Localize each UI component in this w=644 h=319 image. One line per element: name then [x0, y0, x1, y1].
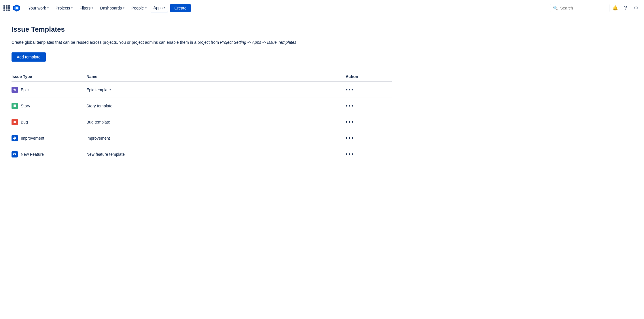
- issue-type-cell: Improvement: [12, 135, 86, 141]
- your-work-chevron: ▾: [47, 6, 49, 10]
- bug-icon: [12, 119, 18, 125]
- issue-type-label: Story: [21, 104, 30, 108]
- issue-type-label: Epic: [21, 88, 29, 92]
- grid-menu-icon[interactable]: [3, 5, 10, 11]
- table-row: Epic Epic template •••: [12, 82, 392, 98]
- col-action: Action: [346, 74, 392, 79]
- nav-apps[interactable]: Apps ▾: [151, 4, 168, 12]
- template-name: Story template: [86, 104, 346, 108]
- bell-icon: 🔔: [612, 5, 618, 11]
- search-input[interactable]: [560, 6, 606, 10]
- template-name: Epic template: [86, 88, 346, 92]
- help-icon: ?: [624, 5, 627, 11]
- col-name: Name: [86, 74, 346, 79]
- issue-type-label: Improvement: [21, 136, 44, 140]
- people-chevron: ▾: [145, 6, 147, 10]
- nav-filters[interactable]: Filters ▾: [77, 4, 96, 12]
- navbar: Your work ▾ Projects ▾ Filters ▾ Dashboa…: [0, 0, 644, 16]
- table-row: Story Story template •••: [12, 98, 392, 114]
- svg-point-0: [14, 121, 16, 123]
- col-issue-type: Issue Type: [12, 74, 86, 79]
- filters-chevron: ▾: [92, 6, 93, 10]
- template-name: Bug template: [86, 120, 346, 124]
- issue-type-cell: Story: [12, 103, 86, 109]
- action-menu-button[interactable]: •••: [346, 135, 392, 141]
- nav-your-work[interactable]: Your work ▾: [25, 4, 52, 12]
- add-template-button[interactable]: Add template: [12, 52, 46, 62]
- table-row: New Feature New feature template •••: [12, 146, 392, 162]
- help-button[interactable]: ?: [621, 3, 630, 13]
- issue-type-cell: Epic: [12, 87, 86, 93]
- table-row: Improvement Improvement •••: [12, 130, 392, 146]
- nav-projects[interactable]: Projects ▾: [53, 4, 76, 12]
- page-description: Create global templates that can be reus…: [12, 39, 392, 45]
- projects-chevron: ▾: [71, 6, 73, 10]
- app-logo[interactable]: [13, 4, 21, 12]
- improvement-icon: [12, 135, 18, 141]
- feature-icon: [12, 151, 18, 157]
- apps-chevron: ▾: [164, 6, 165, 9]
- dashboards-chevron: ▾: [123, 6, 124, 10]
- gear-icon: ⚙: [634, 5, 638, 11]
- settings-button[interactable]: ⚙: [631, 3, 641, 13]
- page-title: Issue Templates: [12, 25, 392, 33]
- table-body: Epic Epic template ••• Story Story templ…: [12, 82, 392, 162]
- epic-icon: [12, 87, 18, 93]
- search-icon: 🔍: [553, 6, 558, 10]
- search-bar[interactable]: 🔍: [550, 4, 609, 12]
- svg-rect-3: [14, 154, 15, 155]
- template-name: New feature template: [86, 152, 346, 157]
- main-content: Issue Templates Create global templates …: [0, 16, 403, 171]
- table-header: Issue Type Name Action: [12, 72, 392, 82]
- issue-type-label: Bug: [21, 120, 28, 124]
- issue-type-cell: New Feature: [12, 151, 86, 157]
- notifications-button[interactable]: 🔔: [611, 3, 620, 13]
- issue-type-label: New Feature: [21, 152, 44, 157]
- issue-type-cell: Bug: [12, 119, 86, 125]
- create-button[interactable]: Create: [170, 4, 190, 12]
- action-menu-button[interactable]: •••: [346, 119, 392, 125]
- template-name: Improvement: [86, 136, 346, 140]
- nav-people[interactable]: People ▾: [128, 4, 149, 12]
- story-icon: [12, 103, 18, 109]
- action-menu-button[interactable]: •••: [346, 151, 392, 157]
- nav-dashboards[interactable]: Dashboards ▾: [97, 4, 127, 12]
- table-row: Bug Bug template •••: [12, 114, 392, 130]
- action-menu-button[interactable]: •••: [346, 86, 392, 93]
- action-menu-button[interactable]: •••: [346, 102, 392, 109]
